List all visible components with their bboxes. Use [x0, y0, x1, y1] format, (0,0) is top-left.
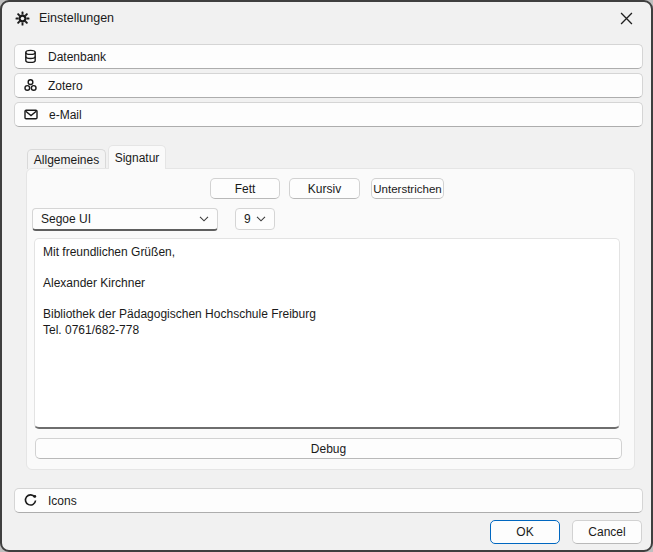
refresh-icon	[23, 493, 38, 508]
section-label: Zotero	[48, 79, 83, 93]
font-size-select[interactable]: 9	[235, 208, 275, 230]
font-size-value: 9	[244, 212, 251, 226]
chevron-down-icon	[199, 216, 209, 222]
settings-dialog: Einstellungen Datenbank Zotero	[0, 0, 653, 552]
section-label: Icons	[48, 494, 77, 508]
section-icons[interactable]: Icons	[14, 488, 643, 513]
ok-button[interactable]: OK	[490, 520, 560, 544]
section-datenbank[interactable]: Datenbank	[14, 44, 643, 69]
section-label: Datenbank	[48, 50, 106, 64]
bold-button[interactable]: Fett	[210, 178, 280, 199]
signature-textarea[interactable]: Mit freundlichen Grüßen, Alexander Kirch…	[34, 238, 620, 429]
close-icon	[620, 12, 633, 25]
font-select-value: Segoe UI	[41, 212, 91, 226]
mail-icon	[23, 107, 39, 122]
tab-signatur[interactable]: Signatur	[108, 145, 166, 169]
tab-label: Signatur	[115, 151, 160, 165]
font-select[interactable]: Segoe UI	[32, 208, 218, 231]
zotero-icon	[23, 78, 38, 93]
window-title: Einstellungen	[39, 11, 114, 25]
debug-button[interactable]: Debug	[35, 438, 622, 459]
section-label: e-Mail	[49, 108, 82, 122]
database-icon	[23, 49, 38, 64]
underline-button[interactable]: Unterstrichen	[371, 178, 444, 199]
italic-button[interactable]: Kursiv	[289, 178, 360, 199]
section-zotero[interactable]: Zotero	[14, 73, 643, 98]
chevron-down-icon	[256, 216, 266, 222]
section-email[interactable]: e-Mail	[14, 102, 643, 127]
gear-icon	[15, 11, 30, 26]
tab-label: Allgemeines	[34, 153, 99, 167]
close-button[interactable]	[604, 3, 648, 33]
cancel-button[interactable]: Cancel	[572, 520, 642, 544]
titlebar: Einstellungen	[15, 2, 114, 34]
tab-allgemeines[interactable]: Allgemeines	[27, 149, 106, 169]
